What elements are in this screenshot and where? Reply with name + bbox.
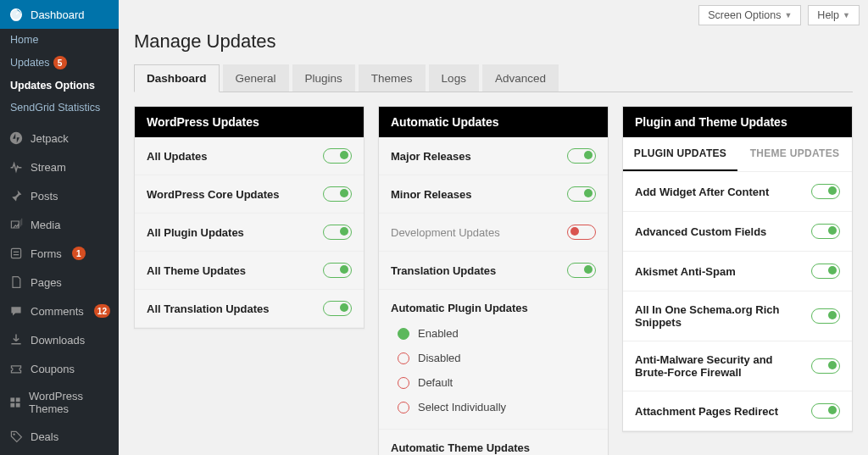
tab[interactable]: Logs: [429, 64, 479, 92]
coupon-icon: [8, 361, 24, 376]
sidebar-item[interactable]: Appearance: [0, 451, 119, 455]
sidebar-label: Jetpack: [31, 132, 69, 145]
plugin-row: All In One Schema.org Rich Snippets: [623, 291, 852, 341]
toggle-switch[interactable]: [323, 301, 352, 316]
setting-row: All Theme Updates: [135, 252, 364, 290]
toggle-switch[interactable]: [323, 263, 352, 278]
toggle-switch[interactable]: [567, 148, 596, 164]
setting-label: All Plugin Updates: [147, 226, 244, 239]
sidebar-label: Posts: [31, 190, 58, 203]
toggle-switch[interactable]: [811, 403, 840, 419]
toggle-switch[interactable]: [811, 308, 840, 324]
subtabs: PLUGIN UPDATESTHEME UPDATES: [623, 137, 852, 172]
subtab[interactable]: PLUGIN UPDATES: [623, 137, 737, 171]
plugin-label: All In One Schema.org Rich Snippets: [635, 303, 787, 329]
sidebar-label: Media: [31, 219, 60, 231]
sidebar-sub-item[interactable]: SendGrid Statistics: [0, 97, 119, 119]
sidebar-sub-label: SendGrid Statistics: [10, 102, 100, 114]
setting-label: All Updates: [147, 150, 208, 163]
media-icon: [8, 217, 24, 232]
plugin-label: Anti-Malware Security and Brute-Force Fi…: [635, 353, 787, 379]
setting-row: WordPress Core Updates: [135, 175, 364, 214]
radio-option[interactable]: Select Individually: [379, 395, 608, 419]
setting-row: All Updates: [135, 137, 364, 175]
sidebar-item[interactable]: Deals: [0, 422, 119, 451]
sidebar-label: Deals: [31, 430, 58, 443]
toggle-switch[interactable]: [811, 224, 840, 239]
sidebar-sub-item[interactable]: Updates5: [0, 51, 119, 75]
section-title: Automatic Plugin Updates: [379, 290, 608, 321]
plugin-label: Attachment Pages Redirect: [635, 405, 778, 418]
setting-label: WordPress Core Updates: [147, 188, 280, 201]
radio-icon: [398, 377, 409, 389]
radio-option[interactable]: Disabled: [379, 346, 608, 370]
setting-label: Translation Updates: [391, 264, 496, 277]
sidebar-item[interactable]: Downloads: [0, 325, 119, 354]
setting-label: Minor Releases: [391, 188, 471, 201]
setting-row: Translation Updates: [379, 252, 608, 290]
sidebar-sub-label: Updates: [10, 57, 50, 69]
toggle-switch[interactable]: [323, 186, 352, 202]
toggle-switch[interactable]: [323, 148, 352, 164]
plugin-label: Akismet Anti-Spam: [635, 265, 736, 278]
tab[interactable]: General: [223, 64, 289, 92]
sidebar-item[interactable]: Stream: [0, 153, 119, 181]
toggle-switch[interactable]: [811, 358, 840, 374]
svg-rect-4: [16, 397, 20, 402]
plugin-label: Add Widget After Content: [635, 186, 769, 198]
pages-icon: [8, 275, 24, 290]
card-header: Automatic Updates: [379, 107, 608, 137]
sidebar-item[interactable]: Coupons: [0, 354, 119, 383]
help-button[interactable]: Help▼: [808, 5, 860, 25]
caret-down-icon: ▼: [843, 11, 850, 19]
toggle-switch[interactable]: [811, 264, 840, 279]
sidebar-label: Comments: [31, 305, 84, 318]
screen-options-button[interactable]: Screen Options▼: [698, 5, 801, 25]
tab[interactable]: Advanced: [482, 64, 559, 92]
subtab[interactable]: THEME UPDATES: [737, 137, 852, 171]
sidebar-item[interactable]: Comments12: [0, 297, 119, 325]
sidebar-item[interactable]: Pages: [0, 268, 119, 297]
toggle-switch[interactable]: [323, 225, 352, 240]
setting-row: All Plugin Updates: [135, 214, 364, 252]
page-title: Manage Updates: [134, 31, 853, 53]
sidebar-item[interactable]: Media: [0, 210, 119, 239]
toggle-switch[interactable]: [567, 225, 596, 240]
svg-point-1: [10, 132, 22, 144]
sidebar-item[interactable]: WordPress Themes: [0, 383, 119, 422]
card-header: Plugin and Theme Updates: [623, 107, 852, 137]
toggle-switch[interactable]: [567, 263, 596, 278]
plugin-row: Advanced Custom Fields: [623, 212, 852, 252]
caret-down-icon: ▼: [784, 11, 792, 19]
radio-icon: [398, 402, 409, 413]
card-automatic-updates: Automatic Updates Major ReleasesMinor Re…: [378, 106, 609, 455]
sidebar-item-dashboard[interactable]: Dashboard: [0, 0, 119, 29]
forms-icon: [8, 246, 24, 261]
plugin-row: Anti-Malware Security and Brute-Force Fi…: [623, 341, 852, 391]
toggle-switch[interactable]: [567, 186, 596, 202]
sidebar-item[interactable]: Forms1: [0, 239, 119, 268]
tab[interactable]: Dashboard: [134, 64, 220, 92]
tab[interactable]: Themes: [359, 64, 426, 92]
card-header: WordPress Updates: [135, 107, 364, 137]
radio-option[interactable]: Enabled: [379, 321, 608, 346]
tab[interactable]: Plugins: [292, 64, 355, 92]
main-content: Screen Options▼ Help▼ Manage Updates Das…: [119, 0, 868, 455]
sidebar-sub-item[interactable]: Updates Options: [0, 75, 119, 97]
tabs: DashboardGeneralPluginsThemesLogsAdvance…: [134, 64, 853, 92]
card-plugin-theme-updates: Plugin and Theme Updates PLUGIN UPDATEST…: [622, 106, 853, 432]
sidebar-item[interactable]: Jetpack: [0, 124, 119, 153]
sidebar-label: Stream: [31, 161, 66, 174]
sidebar-label: Pages: [31, 276, 62, 289]
radio-option[interactable]: Default: [379, 370, 608, 395]
plugin-row: Add Widget After Content: [623, 172, 852, 212]
radio-icon: [398, 328, 409, 340]
jetpack-icon: [8, 130, 24, 146]
sidebar-label: Forms: [31, 247, 62, 260]
sidebar-sub-item[interactable]: Home: [0, 29, 119, 51]
pulse-icon: [8, 159, 24, 175]
dashboard-icon: [8, 7, 24, 22]
toggle-switch[interactable]: [811, 184, 840, 199]
setting-row: Major Releases: [379, 137, 608, 175]
sidebar-item[interactable]: Posts: [0, 181, 119, 210]
